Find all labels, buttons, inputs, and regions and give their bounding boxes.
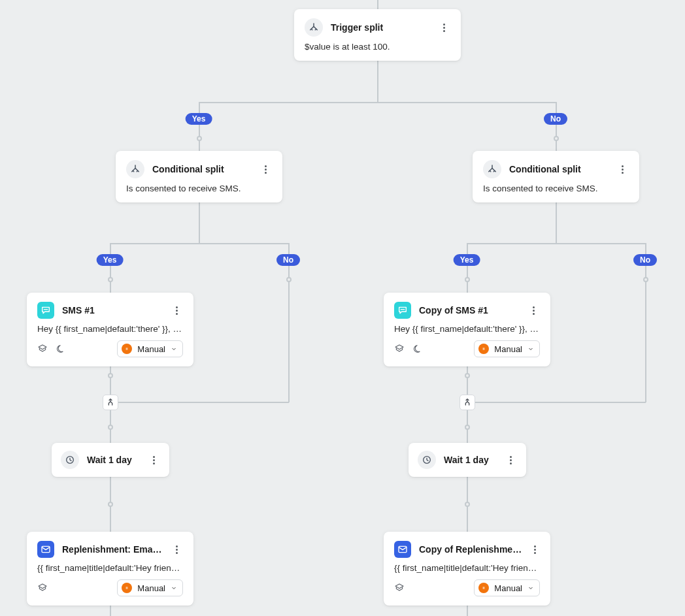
merge-node[interactable] — [459, 395, 475, 410]
node-desc: Is consented to receive SMS. — [126, 184, 272, 193]
node-email[interactable]: Copy of Replenishment: Em… {{ first_name… — [384, 532, 550, 606]
connector-dot — [108, 425, 113, 430]
status-dropdown[interactable]: Manual — [117, 579, 183, 596]
status-dot-icon — [478, 583, 489, 593]
connector-dot — [465, 502, 470, 507]
connector-dot — [643, 277, 648, 282]
flow-canvas[interactable]: Yes No Yes No Yes No Trigger split $valu… — [0, 0, 685, 616]
node-sms[interactable]: SMS #1 Hey {{ first_name|default:'there'… — [27, 293, 193, 366]
split-icon — [305, 18, 323, 37]
status-dropdown[interactable]: Manual — [474, 340, 540, 357]
chevron-down-icon — [527, 346, 534, 352]
node-menu-button[interactable] — [616, 163, 629, 176]
node-menu-button[interactable] — [504, 453, 517, 466]
node-menu-button[interactable] — [437, 21, 450, 34]
node-title: Copy of SMS #1 — [419, 305, 519, 316]
chevron-down-icon — [171, 585, 177, 591]
status-dropdown[interactable]: Manual — [474, 579, 540, 596]
node-title: Wait 1 day — [87, 455, 139, 465]
node-title: Wait 1 day — [444, 455, 496, 465]
connector-dot — [465, 425, 470, 430]
node-title: Trigger split — [331, 22, 429, 33]
status-label: Manual — [137, 344, 165, 354]
node-menu-button[interactable] — [527, 304, 540, 317]
merge-icon — [105, 397, 116, 408]
node-desc: {{ first_name|title|default:'Hey friend'… — [37, 563, 183, 573]
node-menu-button[interactable] — [171, 543, 183, 556]
connector-dot — [108, 277, 113, 282]
status-label: Manual — [494, 583, 522, 593]
node-menu-button[interactable] — [259, 163, 272, 176]
mail-icon — [394, 541, 411, 558]
node-title: Copy of Replenishment: Em… — [419, 544, 522, 555]
node-sms[interactable]: Copy of SMS #1 Hey {{ first_name|default… — [384, 293, 550, 366]
node-email[interactable]: Replenishment: Email #1 {{ first_name|ti… — [27, 532, 193, 606]
node-menu-button[interactable] — [170, 304, 183, 317]
node-conditional-split[interactable]: Conditional split Is consented to receiv… — [473, 151, 639, 203]
status-dot-icon — [122, 344, 132, 354]
status-dropdown[interactable]: Manual — [117, 340, 183, 357]
sms-icon — [37, 302, 54, 319]
node-desc: $value is at least 100. — [305, 42, 450, 52]
connector-dot — [108, 373, 113, 378]
node-wait[interactable]: Wait 1 day — [52, 443, 169, 477]
chevron-down-icon — [527, 585, 534, 591]
chevron-down-icon — [171, 346, 177, 352]
mail-icon — [37, 541, 54, 558]
node-wait[interactable]: Wait 1 day — [409, 443, 526, 477]
branch-pill-yes: Yes — [97, 254, 124, 266]
branch-pill-no: No — [633, 254, 657, 266]
connector-dot — [465, 277, 470, 282]
quiet-hours-icon — [54, 344, 65, 354]
connector-dot — [286, 277, 292, 282]
branch-pill-no: No — [276, 254, 300, 266]
node-trigger-split[interactable]: Trigger split $value is at least 100. — [294, 9, 461, 61]
smart-send-icon — [394, 344, 405, 354]
split-icon — [483, 160, 501, 178]
merge-node[interactable] — [103, 395, 118, 410]
status-dot-icon — [478, 344, 489, 354]
connector-dot — [197, 136, 202, 141]
node-conditional-split[interactable]: Conditional split Is consented to receiv… — [116, 151, 282, 203]
node-title: Replenishment: Email #1 — [62, 544, 163, 555]
sms-icon — [394, 302, 411, 319]
branch-pill-no: No — [544, 113, 567, 125]
connector-dot — [554, 136, 559, 141]
smart-send-icon — [37, 583, 48, 593]
node-menu-button[interactable] — [529, 543, 540, 556]
clock-icon — [61, 451, 79, 469]
quiet-hours-icon — [411, 344, 422, 354]
merge-icon — [462, 397, 473, 408]
node-desc: Is consented to receive SMS. — [483, 184, 629, 193]
node-desc: Hey {{ first_name|default:'there' }}, it… — [394, 324, 540, 334]
node-title: Conditional split — [509, 164, 608, 174]
node-title: SMS #1 — [62, 305, 162, 316]
node-desc: Hey {{ first_name|default:'there' }}, it… — [37, 324, 183, 334]
clock-icon — [418, 451, 436, 469]
split-icon — [126, 160, 144, 178]
branch-pill-yes: Yes — [454, 254, 480, 266]
smart-send-icon — [394, 583, 405, 593]
smart-send-icon — [37, 344, 48, 354]
branch-pill-yes: Yes — [186, 113, 212, 125]
node-desc: {{ first_name|title|default:'Hey friend'… — [394, 563, 540, 573]
node-menu-button[interactable] — [147, 453, 160, 466]
connector-dot — [108, 502, 113, 507]
status-dot-icon — [122, 583, 132, 593]
status-label: Manual — [494, 344, 522, 354]
connector-dot — [465, 373, 470, 378]
node-title: Conditional split — [152, 164, 251, 174]
status-label: Manual — [137, 583, 165, 593]
